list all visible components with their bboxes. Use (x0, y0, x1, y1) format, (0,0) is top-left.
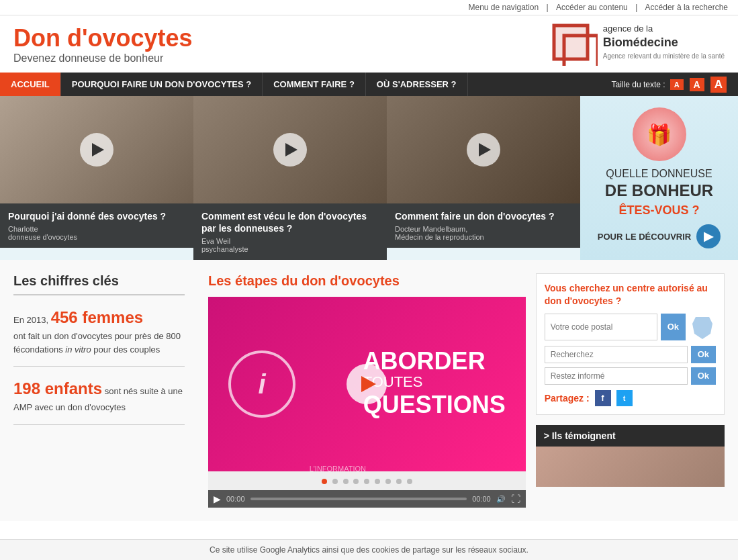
restez-ok-button[interactable]: Ok (691, 367, 716, 385)
chiffre-divider (13, 366, 185, 367)
header: Don d'ovocytes Devenez donneuse de bonhe… (0, 15, 738, 73)
sidebar-postal-row: Ok (545, 314, 716, 340)
agency-logo: agence de la Biomédecine Agence relevant… (551, 22, 725, 66)
video-thumb-2[interactable] (193, 96, 387, 203)
search-link[interactable]: Accéder à la recherche (645, 3, 728, 12)
video-card-1[interactable]: Pourquoi j'ai donné des ovocytes ? Charl… (0, 96, 193, 260)
dot-8[interactable] (396, 479, 402, 484)
site-title: Don d'ovocytes (13, 24, 193, 52)
text-size-large[interactable]: A (710, 77, 727, 93)
agency-logo-text: agence de la Biomédecine Agence relevant… (603, 22, 725, 60)
temoignent-label: > Ils témoignent (544, 430, 616, 441)
video-title-2: Comment est vécu le don d'ovocytes par l… (201, 210, 379, 234)
promo-discover-button[interactable]: POUR LE DÉCOUVRIR ▶ (598, 224, 721, 248)
promo-gift-icon: 🎁 (633, 107, 686, 161)
sidebar-search-title: Vous cherchez un centre autorisé au don … (545, 282, 716, 306)
video-info-circle: i (228, 351, 295, 418)
top-bar: Menu de navigation | Accéder au contenu … (0, 0, 738, 15)
dot-9[interactable] (407, 479, 412, 484)
nav-item-adresser[interactable]: OÙ S'ADRESSER ? (366, 73, 468, 96)
sidebar-restez-row: Ok (545, 367, 716, 385)
temoignent-image (536, 447, 725, 487)
dot-6[interactable] (375, 479, 380, 484)
chiffre-number-1: 456 femmes (51, 308, 143, 326)
nav-item-comment[interactable]: COMMENT FAIRE ? (263, 73, 366, 96)
video-text-linformation: L'INFORMATION (310, 465, 366, 471)
play-button-1[interactable] (80, 133, 113, 167)
video-play-pause-button[interactable]: ▶ (214, 494, 221, 504)
main-nav: ACCUEIL POURQUOI FAIRE UN DON D'OVOCYTES… (0, 73, 738, 96)
play-triangle-icon-2 (285, 143, 297, 156)
dot-5[interactable] (364, 479, 369, 484)
video-thumb-3[interactable] (387, 96, 580, 203)
etapes-title: Les étapes du don d'ovocytes (208, 273, 526, 289)
content-link[interactable]: Accéder au contenu (556, 3, 628, 12)
dot-4[interactable] (353, 479, 359, 484)
agency-logo-icon (551, 22, 598, 66)
promo-text3: ÊTES-VOUS ? (618, 203, 699, 218)
right-sidebar: Vous cherchez un centre autorisé au don … (536, 273, 725, 508)
video-caption-3: Comment faire un don d'ovocytes ? Docteu… (387, 203, 580, 248)
dot-2[interactable] (332, 479, 338, 484)
play-triangle-icon-1 (92, 143, 104, 156)
video-player: i ABORDER TOUTES QUESTIONS L'INFORMATION (208, 297, 526, 508)
volume-icon[interactable]: 🔊 (496, 495, 506, 504)
france-map-icon (689, 314, 716, 340)
chiffre-prefix-1: En 2013, (13, 315, 48, 325)
video-title-1: Pourquoi j'ai donné des ovocytes ? (8, 210, 185, 222)
dot-7[interactable] (385, 479, 391, 484)
sidebar-recherchez-row: Ok (545, 346, 716, 363)
play-center-icon (361, 376, 376, 392)
video-text-questions: QUESTIONS (363, 391, 506, 419)
video-card-3[interactable]: Comment faire un don d'ovocytes ? Docteu… (387, 96, 580, 260)
video-controls: ▶ 00:00 00:00 🔊 ⛶ (208, 490, 526, 508)
nav-item-accueil[interactable]: ACCUEIL (0, 73, 61, 96)
promo-cta-label: POUR LE DÉCOUVRIR (598, 232, 691, 242)
chiffre-italic-1: in vitro (65, 344, 91, 355)
site-subtitle: Devenez donneuse de bonheur (13, 52, 193, 64)
nav-item-pourquoi[interactable]: POURQUOI FAIRE UN DON D'OVOCYTES ? (61, 73, 263, 96)
promo-card[interactable]: 🎁 QUELLE DONNEUSE DE BONHEUR ÊTES-VOUS ?… (580, 96, 738, 260)
video-author-2: Eva Weil psychanalyste (201, 237, 379, 253)
site-branding: Don d'ovocytes Devenez donneuse de bonhe… (13, 24, 193, 64)
svg-rect-2 (554, 26, 588, 59)
video-card-2[interactable]: Comment est vécu le don d'ovocytes par l… (193, 96, 387, 260)
chiffre-divider-2 (13, 424, 185, 425)
promo-inner: 🎁 QUELLE DONNEUSE DE BONHEUR ÊTES-VOUS ?… (580, 96, 738, 260)
recherchez-ok-button[interactable]: Ok (691, 346, 716, 363)
video-thumb-1[interactable] (0, 96, 193, 203)
fullscreen-icon[interactable]: ⛶ (511, 494, 520, 504)
video-progress-bar[interactable] (250, 498, 467, 500)
promo-text1: QUELLE DONNEUSE (606, 168, 712, 180)
text-size-controls: Taille du texte : A A A (602, 77, 738, 93)
chiffre-number-2: 198 enfants (13, 379, 102, 398)
postal-ok-button[interactable]: Ok (661, 314, 686, 340)
twitter-share-button[interactable]: t (616, 390, 633, 406)
video-title-3: Comment faire un don d'ovocytes ? (395, 210, 572, 222)
video-screen[interactable]: i ABORDER TOUTES QUESTIONS L'INFORMATION (208, 297, 526, 471)
video-grid: Pourquoi j'ai donné des ovocytes ? Charl… (0, 96, 738, 260)
text-size-label: Taille du texte : (612, 80, 665, 89)
dot-3[interactable] (343, 479, 349, 484)
chiffres-title: Les chiffres clés (13, 273, 185, 295)
play-triangle-icon-3 (479, 143, 491, 156)
video-dots (208, 471, 526, 490)
play-button-3[interactable] (467, 133, 500, 167)
text-size-small[interactable]: A (670, 79, 684, 90)
facebook-share-button[interactable]: f (595, 390, 611, 406)
text-size-medium[interactable]: A (690, 78, 704, 91)
dot-1[interactable] (322, 479, 327, 484)
play-button-2[interactable] (273, 133, 307, 167)
video-text-aborder: ABORDER (363, 349, 506, 373)
menu-nav-link[interactable]: Menu de navigation (468, 3, 539, 12)
video-author-3: Docteur Mandelbaum, Médecin de la reprod… (395, 225, 572, 241)
recherchez-input[interactable] (545, 346, 688, 363)
etapes-section: Les étapes du don d'ovocytes i ABORDER T… (198, 273, 536, 508)
chiffres-section: Les chiffres clés En 2013, 456 femmes on… (13, 273, 198, 508)
main-content: Les chiffres clés En 2013, 456 femmes on… (0, 260, 738, 521)
chiffre-block-2: 198 enfants sont nés suite à une AMP ave… (13, 377, 185, 414)
postal-code-input[interactable] (545, 314, 657, 340)
nav-items: ACCUEIL POURQUOI FAIRE UN DON D'OVOCYTES… (0, 73, 468, 96)
restez-informe-input[interactable] (545, 367, 688, 385)
temoignent-box[interactable]: > Ils témoignent (536, 425, 725, 447)
